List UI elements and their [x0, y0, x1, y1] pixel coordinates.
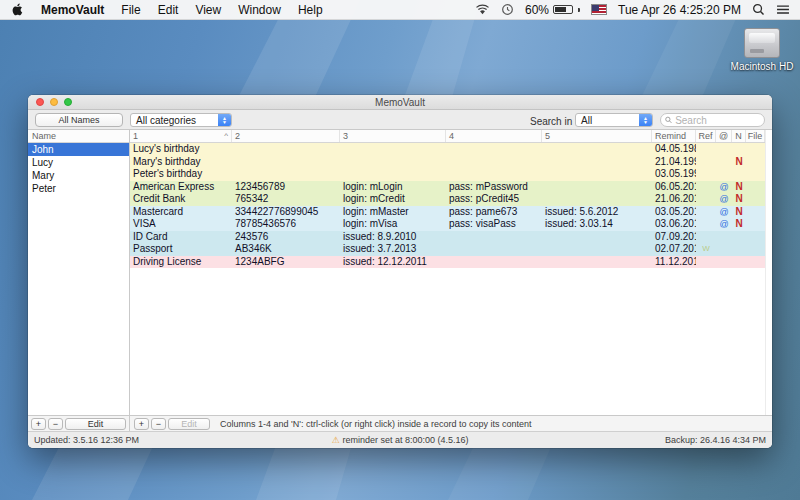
cell-title: Mary's birthday: [130, 156, 232, 169]
column-header-3[interactable]: 3: [340, 130, 446, 142]
desktop: MemoVault File Edit View Window Help 60%: [0, 0, 800, 500]
table-header: 1^2345RemindRef@NFile: [130, 130, 772, 143]
ref-icon: [696, 143, 716, 156]
add-name-button[interactable]: +: [31, 418, 46, 430]
apple-menu-icon[interactable]: [12, 3, 24, 16]
note-icon: [732, 243, 746, 256]
column-header-Ref[interactable]: Ref: [696, 130, 716, 142]
hard-drive-icon: [744, 28, 780, 58]
table-row[interactable]: Credit Bank765342login: mCreditpass: pCr…: [130, 193, 772, 206]
backup-status: Backup: 26.4.16 4:34 PM: [665, 435, 766, 445]
table-row[interactable]: American Express123456789login: mLoginpa…: [130, 181, 772, 194]
cell-file: [746, 193, 765, 206]
scrollbar-track[interactable]: [765, 130, 772, 415]
remove-record-button[interactable]: −: [151, 418, 166, 430]
column-header-1[interactable]: 1^: [130, 130, 232, 142]
cell-5: [542, 143, 652, 156]
menu-item[interactable]: Edit: [158, 3, 179, 17]
toolbar: All Names All categories ▲▼ Search in Al…: [28, 110, 772, 130]
cell-3: login: mMaster: [340, 206, 446, 219]
input-language-flag-icon[interactable]: [591, 4, 607, 15]
menu-clock[interactable]: Tue Apr 26 4:25:20 PM: [618, 3, 741, 17]
cell-remind: 07.09.2015: [652, 231, 696, 244]
column-header-Remind[interactable]: Remind: [652, 130, 696, 142]
cell-remind: 03.06.2015: [652, 218, 696, 231]
column-header-5[interactable]: 5: [542, 130, 652, 142]
at-icon: @: [716, 181, 732, 194]
menu-item[interactable]: File: [121, 3, 140, 17]
ref-icon: [696, 231, 716, 244]
table-row[interactable]: Peter's birthday03.05.1991: [130, 168, 772, 181]
ref-icon: [696, 218, 716, 231]
macintosh-hd-icon[interactable]: Macintosh HD: [727, 28, 797, 72]
sidebar-item-mary[interactable]: Mary: [28, 169, 129, 182]
ref-icon: [696, 181, 716, 194]
dropdown-stepper-icon: ▲▼: [218, 114, 231, 126]
column-header-File[interactable]: File: [746, 130, 765, 142]
table-row[interactable]: Mastercard334422776899045login: mMasterp…: [130, 206, 772, 219]
cell-4: pass: pCredit45: [446, 193, 542, 206]
sidebar-header[interactable]: Name: [28, 130, 129, 143]
note-icon: [732, 231, 746, 244]
notification-center-icon[interactable]: [776, 4, 790, 15]
cell-remind: 03.05.1991: [652, 168, 696, 181]
cell-4: pass: visaPass: [446, 218, 542, 231]
spotlight-icon[interactable]: [752, 3, 765, 16]
cell-remind: 11.12.2016: [652, 256, 696, 269]
search-input[interactable]: [675, 115, 760, 126]
cell-3: issued: 8.9.2010: [340, 231, 446, 244]
window-title-bar[interactable]: MemoVault: [28, 95, 772, 110]
cell-4: [446, 143, 542, 156]
cell-number: 243576: [232, 231, 340, 244]
battery-indicator[interactable]: 60%: [525, 3, 580, 17]
table-row[interactable]: Lucy's birthday04.05.1989: [130, 143, 772, 156]
categories-dropdown[interactable]: All categories ▲▼: [130, 113, 232, 127]
menu-item[interactable]: Help: [298, 3, 323, 17]
table-row[interactable]: Driving License1234ABFGissued: 12.12.201…: [130, 256, 772, 269]
column-header-2[interactable]: 2: [232, 130, 340, 142]
remove-name-button[interactable]: −: [48, 418, 63, 430]
cell-5: issued: 3.03.14: [542, 218, 652, 231]
search-in-dropdown[interactable]: All ▲▼: [575, 113, 653, 127]
table-row[interactable]: Mary's birthday21.04.1991N: [130, 156, 772, 169]
edit-name-button[interactable]: Edit: [65, 418, 126, 430]
note-icon: [732, 168, 746, 181]
cell-remind: 21.04.1991: [652, 156, 696, 169]
table-row[interactable]: PassportAB346Kissued: 3.7.201302.07.2018…: [130, 243, 772, 256]
cell-4: [446, 231, 542, 244]
menu-item[interactable]: View: [195, 3, 221, 17]
column-header-N[interactable]: N: [732, 130, 746, 142]
menu-app-name[interactable]: MemoVault: [41, 3, 104, 17]
note-icon: N: [732, 193, 746, 206]
cell-number: 123456789: [232, 181, 340, 194]
table-row[interactable]: ID Card243576issued: 8.9.201007.09.2015: [130, 231, 772, 244]
wifi-icon[interactable]: [475, 4, 490, 16]
cell-4: [446, 243, 542, 256]
search-icon: [665, 116, 672, 124]
sidebar-footer: + − Edit: [28, 416, 130, 431]
add-record-button[interactable]: +: [134, 418, 149, 430]
sidebar-item-lucy[interactable]: Lucy: [28, 156, 129, 169]
sidebar-item-john[interactable]: John: [28, 143, 129, 156]
menu-item[interactable]: Window: [238, 3, 281, 17]
column-header-@[interactable]: @: [716, 130, 732, 142]
note-icon: [732, 256, 746, 269]
column-header-4[interactable]: 4: [446, 130, 542, 142]
note-icon: N: [732, 218, 746, 231]
ref-icon: [696, 256, 716, 269]
search-field[interactable]: [660, 113, 765, 127]
cell-number: 78785436576: [232, 218, 340, 231]
edit-record-button[interactable]: Edit: [168, 418, 210, 430]
cell-remind: 02.07.2018: [652, 243, 696, 256]
cell-number: [232, 156, 340, 169]
cell-3: [340, 156, 446, 169]
dropdown-stepper-icon: ▲▼: [639, 114, 652, 126]
time-machine-icon[interactable]: [501, 3, 514, 16]
cell-file: [746, 156, 765, 169]
window-title: MemoVault: [28, 97, 772, 108]
table-row[interactable]: VISA78785436576login: mVisapass: visaPas…: [130, 218, 772, 231]
all-names-button[interactable]: All Names: [35, 113, 123, 127]
cell-3: issued: 12.12.2011: [340, 256, 446, 269]
at-icon: [716, 231, 732, 244]
sidebar-item-peter[interactable]: Peter: [28, 182, 129, 195]
